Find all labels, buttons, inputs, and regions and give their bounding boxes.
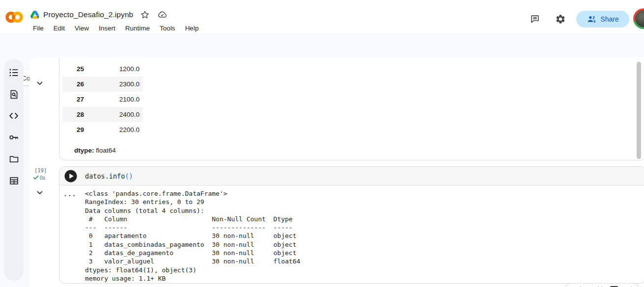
menu-item-insert[interactable]: Insert — [94, 25, 120, 32]
output-line: RangeIndex: 30 entries, 0 to 29 — [85, 198, 300, 206]
series-row: 272100.0 — [62, 92, 143, 107]
series-index-cell: 26 — [62, 80, 92, 88]
execution-time: 0s — [40, 175, 45, 181]
series-value-cell: 2400.0 — [92, 111, 143, 118]
series-index-cell: 29 — [62, 126, 92, 133]
series-row: 262300.0 — [62, 77, 143, 92]
series-row: 251200.0 — [62, 61, 143, 77]
series-value-cell: 2300.0 — [92, 80, 143, 88]
series-row: 282400.0 — [62, 107, 143, 122]
menu-item-tools[interactable]: Tools — [155, 25, 180, 32]
notebook-title[interactable]: Proyecto_Desafio_2.ipynb — [43, 10, 133, 19]
code-snippets-icon[interactable] — [7, 109, 21, 123]
files-folder-icon[interactable] — [7, 152, 21, 166]
menu-item-help[interactable]: Help — [180, 25, 204, 32]
share-button[interactable]: Share — [576, 11, 629, 27]
collapse-output-icon[interactable] — [36, 79, 45, 88]
check-icon — [33, 175, 39, 181]
output-line: 3 valor_aluguel 30 non-null float64 — [85, 257, 300, 265]
series-index-cell: 28 — [62, 111, 92, 118]
output-line: dtypes: float64(1), object(3) — [85, 266, 300, 274]
output-line: # Column Non-Null Count Dtype — [85, 215, 300, 223]
run-cell-button[interactable] — [64, 170, 77, 183]
info-output-text: <class 'pandas.core.frame.DataFrame'>Ran… — [85, 189, 300, 283]
output-line: memory usage: 1.1+ KB — [85, 274, 300, 283]
output-ellipsis[interactable]: ... — [63, 190, 76, 198]
code-text[interactable]: datos.info() — [85, 167, 133, 185]
series-value-cell: 2100.0 — [92, 96, 143, 103]
output-scrollbar[interactable] — [637, 62, 641, 159]
drive-icon — [30, 11, 39, 19]
series-row: 292200.0 — [62, 122, 143, 137]
comment-icon[interactable] — [530, 14, 540, 25]
variables-table-icon[interactable] — [7, 174, 21, 187]
find-replace-icon[interactable] — [7, 87, 21, 101]
people-icon — [587, 14, 596, 24]
series-table: 251200.0262300.0272100.0282400.0292200.0 — [62, 61, 143, 137]
left-sidebar — [4, 59, 24, 281]
output-line: 0 apartamento 30 non-null object — [85, 232, 300, 240]
star-icon[interactable] — [140, 10, 150, 20]
series-value-cell: 1200.0 — [92, 65, 143, 73]
colab-app: Proyecto_Desafio_2.ipynb FileEditViewIns… — [0, 0, 644, 287]
notebook-toolbar: Commands Code Text Run all — [0, 33, 644, 56]
output-line: --- ------ -------------- ----- — [85, 223, 300, 232]
share-label: Share — [600, 15, 618, 23]
code-editor-row[interactable]: datos.info() — [59, 167, 644, 185]
menu-item-file[interactable]: File — [28, 25, 49, 32]
menu-item-runtime[interactable]: Runtime — [120, 25, 155, 32]
cell-toolbar-popup[interactable] — [564, 283, 640, 287]
series-dtype: dtype: float64 — [74, 147, 116, 154]
series-index-cell: 25 — [62, 65, 92, 73]
avatar-photo — [635, 10, 644, 27]
notebook-area: 251200.0262300.0272100.0282400.0292200.0… — [29, 58, 644, 287]
collapse-output-icon[interactable] — [36, 189, 45, 198]
avatar[interactable] — [633, 8, 644, 29]
series-output-cell: 251200.0262300.0272100.0282400.0292200.0… — [59, 58, 644, 160]
series-index-cell: 27 — [62, 96, 92, 103]
secrets-key-icon[interactable] — [7, 130, 21, 144]
output-line: 1 datas_combinadas_pagamento 30 non-null… — [85, 240, 300, 249]
cloud-saved-icon[interactable] — [157, 10, 168, 20]
header: Proyecto_Desafio_2.ipynb FileEditViewIns… — [0, 0, 644, 33]
menu-bar: FileEditViewInsertRuntimeToolsHelp — [28, 23, 203, 33]
series-value-cell: 2200.0 — [92, 126, 143, 133]
settings-gear-icon[interactable] — [555, 14, 566, 25]
execution-count: [19] — [34, 167, 47, 173]
table-of-contents-icon[interactable] — [7, 66, 21, 79]
execution-status: 0s — [33, 175, 45, 181]
output-line: 2 datas_de_pagamento 30 non-null object — [85, 249, 300, 257]
colab-logo[interactable] — [4, 10, 24, 25]
output-line: <class 'pandas.core.frame.DataFrame'> — [85, 189, 300, 198]
output-line: Data columns (total 4 columns): — [85, 207, 300, 215]
menu-item-edit[interactable]: Edit — [49, 25, 70, 32]
code-cell: datos.info() ... <class 'pandas.core.fra… — [59, 166, 644, 284]
menu-item-view[interactable]: View — [70, 25, 94, 32]
